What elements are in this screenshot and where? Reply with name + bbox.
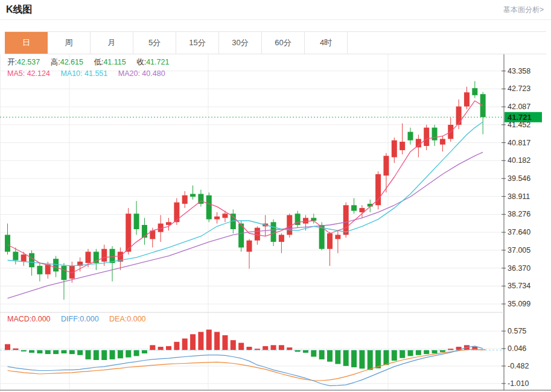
axis-tick-label: 37.005: [508, 246, 530, 254]
macd-bar: [303, 350, 308, 353]
candle-body: [206, 195, 212, 220]
candle-body: [343, 205, 349, 235]
candle-body: [279, 235, 284, 242]
macd-bar: [126, 350, 131, 358]
axis-tick-label: 38.911: [508, 192, 530, 201]
candle-body: [351, 205, 357, 210]
macd-bar: [206, 330, 212, 350]
macd-bar: [238, 343, 244, 350]
macd-bar: [351, 350, 357, 368]
candle-body: [271, 222, 276, 242]
tab-1-周[interactable]: 周: [48, 32, 91, 54]
axis-tick-label: 40.817: [508, 139, 530, 147]
macd-bar: [61, 350, 66, 353]
axis-tick-label: 36.370: [508, 264, 530, 273]
axis-tick-label: 37.640: [508, 228, 530, 236]
candle-body: [86, 251, 91, 263]
tab-2-月[interactable]: 月: [91, 32, 133, 54]
axis-tick-label: 0.575: [508, 327, 526, 335]
candle-body: [21, 254, 27, 262]
candle-body: [101, 249, 107, 262]
macd-bar: [222, 335, 228, 350]
macd-bar: [287, 347, 292, 350]
candle-body: [400, 142, 405, 150]
tab-3-5分[interactable]: 5分: [133, 32, 176, 54]
axis-tick-label: 35.734: [508, 282, 530, 290]
candle-body: [456, 107, 462, 125]
page-title: K线图: [6, 4, 33, 16]
tab-5-30分[interactable]: 30分: [219, 32, 262, 54]
macd-bar: [118, 350, 123, 359]
macd-bar: [263, 346, 268, 350]
macd-bar: [311, 350, 316, 357]
macd-bar: [69, 350, 75, 355]
tab-7-4时[interactable]: 4时: [305, 32, 348, 54]
macd-bar: [166, 346, 171, 350]
candle-body: [432, 128, 438, 141]
macd-bar: [198, 332, 203, 350]
candle-body: [53, 259, 59, 271]
candle-body: [416, 139, 421, 147]
axis-tick-label: 43.358: [508, 67, 530, 75]
macd-bar: [134, 350, 139, 356]
tab-6-60分[interactable]: 60分: [262, 32, 305, 54]
macd-histogram: [5, 330, 486, 370]
ma20-line: [8, 152, 483, 298]
macd-bar: [335, 350, 340, 364]
macd-bar: [174, 342, 179, 350]
candle-body: [134, 213, 139, 229]
candle-body: [190, 194, 196, 197]
macd-bar: [45, 350, 51, 355]
kline-chart[interactable]: 41.72143.35842.72342.08741.45240.81740.1…: [0, 54, 551, 392]
axis-tick-label: 39.546: [508, 174, 530, 183]
macd-bar: [231, 340, 236, 350]
macd-bar: [392, 350, 397, 361]
macd-bar: [142, 350, 147, 353]
candle-body: [214, 217, 220, 220]
chart-area: 41.72143.35842.72342.08741.45240.81740.1…: [0, 54, 551, 392]
candle-body: [222, 213, 228, 218]
axis-tick-label: 35.099: [508, 300, 530, 308]
macd-bar: [424, 350, 429, 355]
candle-body: [408, 132, 413, 141]
macd-bar: [368, 350, 373, 370]
candle-body: [311, 218, 316, 221]
axis-tick-label: 42.723: [508, 84, 530, 93]
candle-body: [472, 88, 477, 95]
macd-bar: [416, 350, 421, 355]
candle-body: [375, 174, 381, 205]
tab-4-15分[interactable]: 15分: [176, 32, 219, 54]
macd-bar: [359, 350, 365, 369]
macd-bar: [86, 350, 91, 359]
candle-body: [142, 225, 147, 238]
macd-bar: [37, 350, 42, 353]
tab-bar-filler: [348, 32, 546, 54]
fundamental-analysis-link[interactable]: 基本面分析>: [503, 5, 544, 15]
macd-bar: [271, 345, 276, 350]
candle-body: [303, 218, 308, 223]
tab-0-日[interactable]: 日: [5, 32, 48, 54]
macd-bar: [110, 350, 115, 359]
candle-body: [335, 235, 340, 239]
ma5-line: [8, 101, 483, 273]
candle-body: [174, 203, 179, 223]
axis-tick-label: -0.482: [508, 362, 529, 370]
grid-lines: [0, 54, 504, 390]
macd-bar: [214, 332, 220, 350]
macd-bar: [101, 350, 107, 360]
macd-bar: [190, 334, 196, 350]
candle-body: [61, 266, 66, 280]
macd-bar: [432, 350, 438, 353]
axis-tick-label: 38.276: [508, 210, 530, 218]
macd-bar: [29, 350, 34, 353]
candle-body: [29, 253, 34, 267]
axis-tick-label: 42.087: [508, 103, 530, 111]
interval-tab-bar: 日周月5分15分30分60分4时: [5, 31, 546, 54]
candle-body: [182, 195, 188, 204]
axis-tick-label: 0.046: [508, 344, 526, 353]
candle-body: [37, 266, 42, 274]
macd-bar: [400, 350, 405, 358]
macd-bar: [5, 344, 10, 350]
axis-tick-label: 40.182: [508, 156, 530, 165]
axis-tick-label: -1.010: [508, 379, 529, 388]
